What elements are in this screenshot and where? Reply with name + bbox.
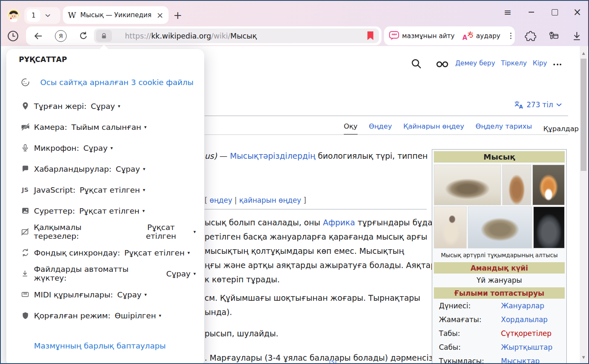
all-content-settings-link[interactable]: Мазмұнның барлық баптаулары [34, 341, 166, 350]
active-tab[interactable]: W Мысық — Уикипедия × [63, 6, 169, 24]
section-divider [205, 209, 427, 209]
text-line: ысық болып саналады, оны [205, 218, 323, 227]
javascript-permission-dropdown[interactable]: Рұқсат етілген▾ [80, 186, 145, 194]
tabby-cat-lying-photo[interactable] [434, 165, 501, 205]
reference-5-link[interactable]: [5] [329, 359, 337, 364]
donate-link[interactable]: Демеу беру [455, 59, 495, 67]
downloads-icon[interactable] [570, 29, 584, 43]
tab-close-icon[interactable]: × [156, 11, 163, 19]
extensions-puzzle-icon[interactable] [524, 29, 537, 43]
chevron-down-icon[interactable] [45, 14, 50, 17]
more-actions-icon[interactable] [508, 33, 514, 39]
bookmark-flag-icon[interactable] [367, 31, 374, 40]
language-selector[interactable]: A 273 тіл [514, 100, 562, 109]
javascript-icon: JS [20, 186, 30, 193]
tab-count-badge[interactable]: 1 [27, 9, 40, 22]
history-clock-icon[interactable] [6, 29, 20, 43]
register-link[interactable]: Тіркелу [501, 59, 527, 67]
orange-white-cat-photo[interactable] [532, 165, 565, 205]
permission-row-location: Тұрған жері: Сұрау▾ [20, 96, 196, 116]
article-paragraph: рысып, шулайды. [205, 326, 278, 341]
auto-download-permission-dropdown[interactable]: Сұрау▾ [166, 269, 196, 278]
midi-permission-dropdown[interactable]: Сұрау▾ [117, 290, 147, 299]
grey-cat-photo[interactable] [533, 207, 565, 248]
url-text[interactable]: https://kk.wikipedia.org/wiki/Мысық [125, 28, 257, 43]
permission-row-protected-mode: Қорғалған режим: Өшірілген▾ [20, 305, 196, 326]
url-path: /wiki/ [211, 32, 231, 40]
article-intro-line: us) — Мысықтәрізділердің биологиялық түр… [205, 151, 428, 160]
chevron-down-icon [556, 103, 562, 106]
separator: | [232, 196, 239, 204]
address-bar[interactable]: https://kk.wikipedia.org/wiki/Мысық [94, 28, 379, 43]
tab-edit[interactable]: Өңдеу [369, 122, 392, 135]
url-host: kk.wikipedia.org [151, 32, 211, 40]
yandex-button[interactable]: Я [54, 30, 67, 42]
scrollbar-thumb[interactable] [581, 59, 586, 171]
permission-row-auto-download: Файлдарды автоматты жүктеу: Сұрау▾ [20, 263, 196, 284]
permission-row-images: Суреттер: Рұқсат етілген▾ [20, 200, 196, 221]
images-permission-dropdown[interactable]: Рұқсат етілген▾ [79, 207, 145, 215]
site-permissions-button[interactable] [96, 30, 112, 42]
window-close-button[interactable]: × [571, 6, 584, 18]
edit-source-section-link[interactable]: қайнарын өңдеу [239, 196, 301, 204]
cookie-icon [20, 77, 30, 87]
siamese-cat-photo[interactable] [434, 207, 467, 248]
login-link[interactable]: Кіру [533, 59, 547, 67]
url-page: Мысық [231, 32, 257, 40]
permission-label: Қорғалған режим: [34, 311, 111, 320]
back-button[interactable] [32, 30, 44, 42]
notifications-permission-dropdown[interactable]: Сұрау▾ [116, 165, 145, 173]
yandex-logo-icon: Я [55, 30, 67, 42]
protected-mode-permission-dropdown[interactable]: Өшірілген▾ [115, 311, 161, 320]
window-minimize-button[interactable] [525, 6, 537, 18]
family-link[interactable]: Мысықтар [501, 357, 540, 364]
scrollbar-up-icon[interactable]: ▲ [580, 49, 587, 57]
taxonomy-label: Тұқымдасы: [439, 357, 501, 364]
taxonomy-label: Жамағаты: [439, 315, 501, 324]
page-scrollbar[interactable]: ▲ ▼ [580, 46, 587, 363]
tab-edit-source[interactable]: Қайнарын өңдеу [403, 122, 464, 135]
window-maximize-button[interactable] [548, 6, 561, 18]
location-permission-dropdown[interactable]: Сұрау▾ [91, 102, 120, 111]
translate-label: аудару [476, 32, 501, 40]
profile-avatar[interactable] [7, 8, 21, 22]
conservation-status-header: Амандық күйі [434, 262, 565, 274]
edit-section-link[interactable]: өңдеу [210, 196, 232, 204]
tab-history[interactable]: Өңделу тарихы [475, 122, 532, 135]
kingdom-link[interactable]: Жануарлар [501, 302, 544, 310]
africa-link[interactable]: Африка [323, 218, 355, 227]
snow-tabby-cat-photo[interactable] [468, 207, 532, 248]
tab-group-chip[interactable]: 1 [24, 7, 60, 24]
permission-label: Микрофон: [34, 144, 79, 152]
camera-permission-dropdown[interactable]: Тыйым салынған▾ [71, 123, 146, 132]
dropdown-caret-icon: ▾ [118, 103, 120, 109]
search-icon[interactable] [411, 58, 422, 69]
translate-button[interactable]: A аудару [462, 31, 501, 41]
scrollbar-down-icon[interactable]: ▼ [580, 354, 587, 361]
tab-title: Мысық — Уикипедия [80, 11, 154, 19]
panel-title: РҰҚСАТТАР [19, 55, 67, 64]
class-link[interactable]: Сүтқоретілер [501, 329, 552, 338]
dropdown-caret-icon: ▾ [187, 250, 190, 256]
tab-read[interactable]: Оқу [344, 122, 358, 135]
order-link[interactable]: Жыртқыштар [501, 343, 553, 351]
new-tab-button[interactable]: + [170, 8, 185, 23]
language-icon: A [514, 100, 523, 109]
read-aloud-button[interactable]: ““ мазмұнын айту [389, 31, 455, 41]
refresh-button[interactable] [77, 30, 90, 42]
phylum-link[interactable]: Хордалылар [501, 315, 547, 324]
wiki-more-menu-icon[interactable] [553, 64, 561, 65]
abyssinian-cat-photo[interactable] [502, 165, 531, 205]
permission-label: Қалқымалы терезелер: [34, 223, 127, 240]
cookies-link[interactable]: Осы сайтқа арналған 3 cookie файлы [40, 78, 194, 87]
browser-window: Демеу беру Тіркелу Кіру A 273 тіл Оқу Өң… [0, 0, 589, 364]
passwords-keychain-icon[interactable] [547, 29, 560, 43]
window-menu-icon[interactable]: ≡ [501, 6, 514, 18]
felidae-link[interactable]: Мысықтәрізділердің [230, 151, 315, 160]
appearance-glasses-icon[interactable] [435, 61, 449, 68]
background-sync-permission-dropdown[interactable]: Рұқсат етілген▾ [125, 248, 190, 257]
read-aloud-label: мазмұнын айту [402, 32, 455, 40]
language-count-label: 273 тіл [527, 101, 553, 109]
popups-permission-dropdown[interactable]: Рұқсат етілген▾ [132, 223, 196, 240]
microphone-permission-dropdown[interactable]: Сұрау▾ [83, 144, 113, 152]
